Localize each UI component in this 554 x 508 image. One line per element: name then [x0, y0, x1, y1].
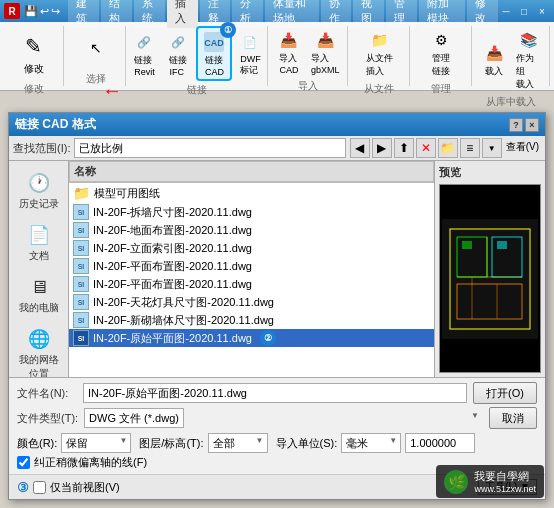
nav-documents[interactable]: 📄 文档 — [13, 217, 65, 267]
nav-network[interactable]: 🌐 我的网络位置 — [13, 321, 65, 377]
file-item-1[interactable]: SI IN-20F-拆墙尺寸图-2020.11.dwg — [69, 203, 434, 221]
file-list: 📁 模型可用图纸 SI IN-20F-拆墙尺寸图-2020.11.dwg SI … — [69, 183, 434, 377]
tab-massing[interactable]: 体量和场地 — [265, 0, 318, 28]
filetype-row: 文件类型(T): DWG 文件 (*.dwg) 取消 — [17, 407, 537, 429]
link-dwf-label: DWF标记 — [240, 54, 261, 77]
link-cad-button[interactable]: CAD 链接CAD ① — [196, 26, 232, 81]
tab-system[interactable]: 系统 — [134, 0, 165, 28]
layers-label: 图层/标高(T): — [139, 436, 203, 451]
import-group-label: 导入 — [298, 79, 318, 93]
tab-build[interactable]: 建筑 — [68, 0, 99, 28]
ribbon-tabs-nav: 建筑 结构 系统 插入 注释 分析 体量和场地 协作 视图 管理 附加模块 修改 — [68, 0, 498, 28]
import-cad-icon: 📥 — [277, 28, 301, 52]
nav-history[interactable]: 🕐 历史记录 — [13, 165, 65, 215]
current-view-checkbox[interactable] — [33, 481, 46, 494]
units-select[interactable]: 毫米 — [341, 433, 401, 453]
network-icon: 🌐 — [25, 325, 53, 353]
cad-icon-1: SI — [73, 204, 89, 220]
cancel-button[interactable]: 取消 — [489, 407, 537, 429]
tab-modify[interactable]: 修改 — [467, 0, 498, 28]
ribbon-group-select: ↖ 选择 — [66, 26, 126, 86]
cad-icon-6: SI — [73, 294, 89, 310]
color-select[interactable]: 保留 — [61, 433, 131, 453]
close-window-button[interactable]: × — [534, 3, 550, 19]
up-button[interactable]: ⬆ — [394, 138, 414, 158]
quick-undo[interactable]: ↩ — [40, 5, 49, 18]
manage-links-label: 管理链接 — [432, 52, 450, 78]
app-logo: R — [4, 3, 20, 19]
link-ifc-button[interactable]: 🔗 链接IFC — [162, 28, 194, 79]
nav-documents-label: 文档 — [29, 249, 49, 263]
scale-input[interactable] — [405, 433, 475, 453]
import-cad-button[interactable]: 📥 导入CAD — [273, 26, 305, 77]
minimize-button[interactable]: ─ — [498, 3, 514, 19]
load-label: 载入 — [485, 65, 503, 78]
file-item-5[interactable]: SI IN-20F-平面布置图-2020.11.dwg — [69, 275, 434, 293]
link-ifc-label: 链接IFC — [169, 54, 187, 77]
tab-manage[interactable]: 管理 — [386, 0, 417, 28]
name-column-header[interactable]: 名称 — [69, 161, 434, 182]
file-item-2[interactable]: SI IN-20F-地面布置图-2020.11.dwg — [69, 221, 434, 239]
fromfile-group-label: 从文件 — [364, 82, 394, 96]
maximize-button[interactable]: □ — [516, 3, 532, 19]
watermark: 🌿 我要自學網 www.51zxw.net — [436, 465, 544, 498]
file-item-6[interactable]: SI IN-20F-天花灯具尺寸图-2020.11.dwg — [69, 293, 434, 311]
filename-input[interactable] — [83, 383, 467, 403]
open-button[interactable]: 打开(O) — [473, 382, 537, 404]
link-revit-icon: 🔗 — [132, 30, 156, 54]
look-in-input[interactable] — [74, 138, 345, 158]
tab-insert[interactable]: 插入 — [167, 0, 198, 28]
quick-redo[interactable]: ↪ — [51, 5, 60, 18]
folder-icon: 📁 — [73, 185, 90, 201]
link-cad-dialog: 链接 CAD 格式 ? × 查找范围(I): ◀ ▶ ⬆ ✕ 📁 ≡ ▼ 查看(… — [8, 112, 546, 500]
file-item-8[interactable]: SI IN-20F-原始平面图-2020.11.dwg ② — [69, 329, 434, 347]
back-button[interactable]: ◀ — [350, 138, 370, 158]
nav-history-label: 历史记录 — [19, 197, 59, 211]
tab-struct[interactable]: 结构 — [101, 0, 132, 28]
folder-item[interactable]: 📁 模型可用图纸 — [69, 183, 434, 203]
nav-mycomputer-label: 我的电脑 — [19, 301, 59, 315]
modify-button[interactable]: ✎ 修改 — [14, 26, 54, 80]
file-item-3[interactable]: SI IN-20F-立面索引图-2020.11.dwg — [69, 239, 434, 257]
import-gbxml-label: 导入gbXML — [311, 52, 340, 75]
tab-view[interactable]: 视图 — [353, 0, 384, 28]
new-folder-button[interactable]: 📁 — [438, 138, 458, 158]
dialog-help-button[interactable]: ? — [509, 118, 523, 132]
cad-icon-2: SI — [73, 222, 89, 238]
link-revit-button[interactable]: 🔗 链接Revit — [128, 28, 160, 79]
view-button[interactable]: ≡ — [460, 138, 480, 158]
preview-panel: 预览 — [435, 161, 545, 377]
tab-analyze[interactable]: 分析 — [232, 0, 263, 28]
units-option: 导入单位(S): 毫米 — [276, 433, 476, 453]
quick-save[interactable]: 💾 — [24, 5, 38, 18]
manage-links-button[interactable]: ⚙ 管理链接 — [425, 26, 457, 80]
tab-addins[interactable]: 附加模块 — [419, 0, 465, 28]
from-file-button[interactable]: 📁 从文件插入 — [362, 26, 397, 80]
view-label: 查看(V) — [504, 138, 541, 158]
delete-button[interactable]: ✕ — [416, 138, 436, 158]
select-group-label: 选择 — [86, 72, 106, 86]
forward-button[interactable]: ▶ — [372, 138, 392, 158]
view-dropdown-button[interactable]: ▼ — [482, 138, 502, 158]
link-dwf-icon: 📄 — [238, 30, 262, 54]
layers-select[interactable]: 全部 — [208, 433, 268, 453]
import-gbxml-button[interactable]: 📥 导入gbXML — [307, 26, 344, 77]
load-button[interactable]: 📥 载入 — [478, 39, 510, 80]
watermark-site-name: 我要自學網 — [474, 469, 536, 484]
file-item-4[interactable]: SI IN-20F-平面布置图-2020.11.dwg — [69, 257, 434, 275]
cad-icon-5: SI — [73, 276, 89, 292]
dialog-close-button[interactable]: × — [525, 118, 539, 132]
tab-collab[interactable]: 协作 — [321, 0, 352, 28]
select-button[interactable]: ↖ — [80, 34, 112, 62]
file-item-7[interactable]: SI IN-20F-新砌墙体尺寸图-2020.11.dwg — [69, 311, 434, 329]
cad-icon-3: SI — [73, 240, 89, 256]
dialog-location-toolbar: 查找范围(I): ◀ ▶ ⬆ ✕ 📁 ≡ ▼ 查看(V) — [9, 136, 545, 161]
documents-icon: 📄 — [25, 221, 53, 249]
cad-icon-7: SI — [73, 312, 89, 328]
load-as-group-button[interactable]: 📚 作为组载入 — [512, 26, 544, 93]
position-correct-checkbox[interactable] — [17, 456, 30, 469]
link-dwf-button[interactable]: 📄 DWF标记 — [234, 28, 266, 79]
nav-mycomputer[interactable]: 🖥 我的电脑 — [13, 269, 65, 319]
filetype-select[interactable]: DWG 文件 (*.dwg) — [84, 408, 184, 428]
current-view-checkbox-row: ③ 仅当前视图(V) — [17, 480, 472, 495]
